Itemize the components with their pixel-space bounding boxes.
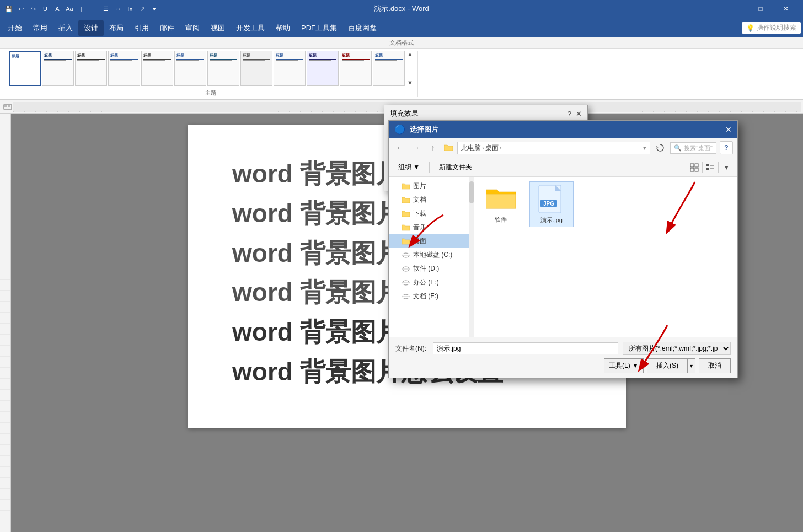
font-icon[interactable]: A — [53, 4, 62, 13]
titlebar: 💾 ↩ ↪ U A Aa | ≡ ☰ ○ fx ↗ ▾ 演示.docx - Wo… — [0, 0, 803, 18]
window-title: 演示.docx - Word — [374, 4, 429, 14]
fill-effects-help-icon[interactable]: ? — [568, 110, 571, 118]
align-icon[interactable]: ☰ — [101, 4, 110, 13]
theme-preview-7[interactable]: 标题 — [240, 51, 272, 86]
sidebar-item-e-drive[interactable]: 办公 (E:) — [389, 276, 474, 289]
nav-path-dropdown-icon[interactable]: ▾ — [643, 144, 646, 152]
scroll-down-icon[interactable]: ▼ — [407, 79, 413, 86]
menu-buju[interactable]: 布局 — [104, 20, 129, 36]
theme-preview-4[interactable]: 标题 — [141, 51, 173, 86]
select-image-dialog[interactable]: 🔵 选择图片 ✕ ← → ↑ 此电脑 › 桌面 › ▾ — [388, 120, 738, 378]
format-icon[interactable]: ≡ — [89, 4, 98, 13]
sidebar-label-c-drive: 本地磁盘 (C:) — [413, 250, 452, 260]
sidebar-item-f-drive[interactable]: 文档 (F:) — [389, 289, 474, 303]
save-icon[interactable]: 💾 — [4, 4, 13, 13]
fill-effects-close-icon[interactable]: ✕ — [576, 110, 582, 118]
insert-btn-group: 插入(S) ▾ — [647, 358, 695, 373]
view-details-button[interactable] — [704, 161, 717, 174]
word-icon: 🔵 — [394, 124, 405, 135]
arrow-icon[interactable]: ↗ — [138, 4, 147, 13]
footer-buttons: 工具(L) ▼ 插入(S) ▾ 取消 — [395, 358, 731, 373]
select-image-close-icon[interactable]: ✕ — [725, 125, 732, 134]
menu-shenyue[interactable]: 审阅 — [180, 20, 205, 36]
organize-button[interactable]: 组织 ▼ — [393, 160, 425, 174]
theme-preview-9[interactable]: 标题 — [307, 51, 339, 86]
sidebar-item-desktop[interactable]: 桌面 — [389, 234, 474, 248]
insert-button[interactable]: 插入(S) — [647, 358, 688, 373]
file-grid-panel[interactable]: 软件 JPG — [474, 177, 737, 337]
menu-changyong[interactable]: 常用 — [28, 20, 53, 36]
file-item-software[interactable]: 软件 — [479, 181, 523, 227]
left-panel-scrollbar[interactable] — [469, 177, 474, 337]
select-image-cancel-button[interactable]: 取消 — [699, 358, 731, 373]
ruler-icon[interactable] — [2, 101, 13, 112]
theme-preview-3[interactable]: 标题 — [108, 51, 140, 86]
menu-pdf[interactable]: PDF工具集 — [296, 20, 342, 36]
filename-row: 文件名(N): 所有图片(*.emf;*.wmf;*.jpg;*.jp — [395, 342, 731, 355]
menu-sheji[interactable]: 设计 — [78, 20, 104, 36]
nav-path-sep2: › — [500, 144, 502, 151]
theme-preview-2[interactable]: 标题 — [75, 51, 107, 86]
nav-path-sep1: › — [482, 144, 484, 151]
nav-back-button[interactable]: ← — [393, 141, 406, 154]
menu-youjian[interactable]: 邮件 — [154, 20, 180, 36]
sidebar-label-music: 音乐 — [413, 223, 426, 232]
sidebar-item-documents[interactable]: 文档 — [389, 193, 474, 207]
scroll-up-icon[interactable]: ▲ — [407, 51, 413, 57]
tools-button[interactable]: 工具(L) ▼ — [604, 358, 644, 373]
sidebar-label-desktop: 桌面 — [413, 237, 426, 246]
shape-icon[interactable]: ○ — [114, 4, 122, 13]
view-large-icon-button[interactable] — [688, 161, 701, 174]
drive-icon — [402, 266, 410, 272]
underline-icon[interactable]: U — [41, 4, 50, 13]
select-image-title: 选择图片 — [410, 125, 438, 135]
theme-preview-5[interactable]: 标题 — [174, 51, 206, 86]
sidebar-item-downloads[interactable]: 下载 — [389, 207, 474, 221]
theme-preview-0[interactable]: 标题 — [9, 51, 41, 86]
folder-path-icon — [443, 142, 454, 153]
drive-icon — [402, 252, 410, 259]
sidebar-item-d-drive[interactable]: 软件 (D:) — [389, 262, 474, 276]
theme-preview-1[interactable]: 标题 — [42, 51, 74, 86]
formula-icon[interactable]: fx — [126, 4, 135, 13]
view-dropdown-button[interactable]: ▾ — [720, 161, 733, 174]
theme-preview-10[interactable]: 标题 — [340, 51, 372, 86]
undo-icon[interactable]: ↩ — [17, 4, 25, 13]
filename-input[interactable] — [433, 342, 618, 354]
help-button[interactable]: ? — [720, 141, 733, 154]
insert-dropdown-button[interactable]: ▾ — [688, 358, 695, 373]
filetype-dropdown[interactable]: 所有图片(*.emf;*.wmf;*.jpg;*.jp — [623, 342, 731, 355]
minimize-button[interactable]: ─ — [722, 0, 748, 18]
nav-forward-button[interactable]: → — [410, 141, 423, 154]
menu-charu[interactable]: 插入 — [53, 20, 78, 36]
theme-preview-8[interactable]: 标题 — [274, 51, 306, 86]
close-button[interactable]: ✕ — [773, 0, 799, 18]
sidebar-label-d-drive: 软件 (D:) — [413, 264, 439, 273]
menu-yinyong[interactable]: 引用 — [129, 20, 154, 36]
theme-preview-11[interactable]: 标题 — [373, 51, 405, 86]
menu-baidu[interactable]: 百度网盘 — [342, 20, 382, 36]
file-item-jpg[interactable]: JPG 演示.jpg — [529, 181, 574, 227]
maximize-button[interactable]: □ — [748, 0, 773, 18]
nav-path[interactable]: 此电脑 › 桌面 › ▾ — [457, 142, 650, 154]
search-bar[interactable]: 💡 操作说明搜索 — [742, 22, 801, 34]
scrollbar-thumb[interactable] — [469, 181, 474, 203]
sidebar-item-c-drive[interactable]: 本地磁盘 (C:) — [389, 248, 474, 262]
new-folder-button[interactable]: 新建文件夹 — [434, 160, 477, 174]
menu-bangzhu[interactable]: 帮助 — [270, 20, 296, 36]
font-size-icon[interactable]: Aa — [65, 4, 74, 13]
sidebar-item-music[interactable]: 音乐 — [389, 221, 474, 234]
nav-refresh-button[interactable] — [654, 141, 667, 154]
folder-software-icon — [485, 184, 516, 214]
menu-shitu[interactable]: 视图 — [205, 20, 231, 36]
nav-search-box[interactable]: 🔍 搜索"桌面" — [670, 142, 716, 154]
theme-preview-6[interactable]: 标题 — [207, 51, 239, 86]
menu-kaishi[interactable]: 开始 — [2, 20, 28, 36]
redo-icon[interactable]: ↪ — [29, 4, 38, 13]
more-icon[interactable]: ▾ — [150, 4, 159, 13]
svg-rect-8 — [695, 168, 698, 171]
menu-kaifagongju[interactable]: 开发工具 — [231, 20, 270, 36]
nav-up-button[interactable]: ↑ — [426, 141, 440, 154]
sidebar-item-pictures[interactable]: 图片 — [389, 179, 474, 193]
section-label: 文档格式 — [0, 37, 803, 49]
